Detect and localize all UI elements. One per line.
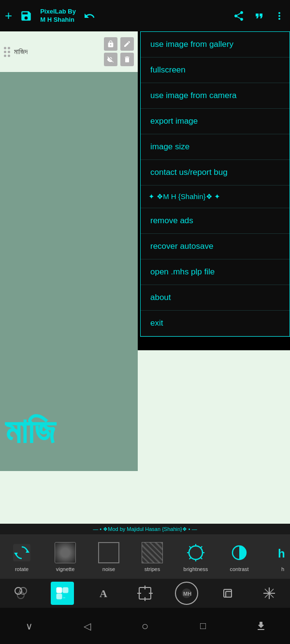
tool-hue[interactable]: h h: [261, 537, 290, 576]
tool-stripes[interactable]: stripes: [130, 537, 174, 576]
bangla-text-render: মাজি: [5, 411, 55, 452]
svg-rect-18: [63, 587, 68, 593]
more-button[interactable]: [274, 10, 285, 22]
noise-icon: [97, 541, 120, 564]
add-button[interactable]: +: [5, 8, 12, 23]
svg-text:MH: MH: [183, 591, 191, 597]
drag-handle[interactable]: [4, 47, 10, 57]
tool-vignette[interactable]: vignette: [44, 537, 87, 576]
svg-text:A: A: [100, 587, 107, 600]
lock-icon[interactable]: [104, 37, 117, 51]
hue-label: h: [281, 566, 284, 572]
hue-icon: h: [271, 541, 290, 564]
vignette-icon: [54, 541, 77, 564]
nav-square-button[interactable]: □: [188, 612, 218, 641]
sparkle-button[interactable]: [258, 582, 281, 605]
menu-item-report[interactable]: contact us/report bug: [141, 160, 290, 186]
bottom-toolbar: rotate vignette noise stripes: [0, 534, 290, 579]
bottom-nav: ∨ ◁ ○ □: [0, 608, 290, 644]
nav-download-button[interactable]: [246, 612, 276, 641]
menu-item-gallery[interactable]: use image from gallery: [141, 32, 290, 57]
top-bar-left: + PixelLab By M H Shahin: [5, 8, 233, 24]
contrast-icon: [228, 541, 251, 564]
svg-line-9: [201, 558, 203, 559]
app-logo: PixelLab By M H Shahin: [40, 8, 76, 24]
text-tool-button[interactable]: A: [92, 582, 115, 605]
svg-point-3: [189, 546, 203, 559]
brightness-icon: [184, 541, 207, 564]
brightness-label: brightness: [184, 566, 208, 572]
visibility-icon[interactable]: [104, 53, 117, 66]
undo-button[interactable]: [84, 10, 95, 22]
noise-label: noise: [102, 566, 115, 572]
mod-bar: — • ❖Mod by Majidul Hasan {Shahin}❖ • —: [0, 524, 290, 534]
menu-item-brand[interactable]: ✦ ❖M H {Shahin}❖ ✦: [141, 186, 290, 208]
quote-button[interactable]: [253, 10, 265, 22]
svg-line-11: [189, 558, 191, 559]
layers-button[interactable]: [9, 582, 32, 605]
share-button[interactable]: [233, 10, 245, 22]
canvas-right-light: [138, 350, 290, 544]
svg-line-10: [201, 546, 203, 548]
vignette-label: vignette: [56, 566, 75, 572]
save-button[interactable]: [20, 10, 32, 22]
menu-item-exit[interactable]: exit: [141, 311, 290, 336]
top-bar-right: [233, 10, 285, 22]
menu-item-ads[interactable]: remove ads: [141, 208, 290, 234]
layer-row: মাজিদ: [0, 34, 138, 69]
tool-rotate[interactable]: rotate: [0, 537, 44, 576]
layer-name: মাজিদ: [14, 47, 104, 56]
menu-item-about[interactable]: about: [141, 285, 290, 311]
canvas-left: মাজি: [0, 31, 138, 544]
svg-rect-19: [57, 594, 62, 599]
menu-item-size[interactable]: image size: [141, 134, 290, 160]
blend-button[interactable]: −: [51, 582, 74, 605]
nav-down-button[interactable]: ∨: [14, 612, 44, 641]
svg-text:−: −: [63, 595, 65, 600]
copy-button[interactable]: [216, 582, 239, 605]
menu-item-camera[interactable]: use image from camera: [141, 83, 290, 109]
brand-label: ✦ ❖M H {Shahin}❖ ✦: [148, 192, 220, 201]
mod-text: — • ❖Mod by Majidul Hasan {Shahin}❖ • —: [93, 526, 197, 532]
svg-rect-17: [57, 587, 62, 593]
contrast-label: contrast: [230, 566, 248, 572]
layers-panel: মাজিদ: [0, 31, 138, 72]
menu-item-export[interactable]: export image: [141, 109, 290, 134]
svg-text:h: h: [278, 547, 285, 560]
logo-button[interactable]: MH: [175, 582, 198, 605]
rotate-icon: [10, 541, 33, 564]
menu-item-autosave[interactable]: recover autosave: [141, 234, 290, 259]
svg-rect-30: [226, 591, 232, 597]
delete-icon[interactable]: [120, 53, 134, 66]
menu-item-fullscreen[interactable]: fullscreen: [141, 57, 290, 83]
stripes-label: stripes: [145, 566, 160, 572]
edit-icon[interactable]: [120, 37, 134, 51]
rotate-label: rotate: [15, 566, 29, 572]
stripes-icon: [141, 541, 164, 564]
tool-contrast[interactable]: contrast: [218, 537, 261, 576]
tool-noise[interactable]: noise: [87, 537, 130, 576]
layer-actions: [104, 37, 134, 66]
app-icons-row: − A MH: [0, 579, 290, 608]
dropdown-menu: use image from gallery fullscreen use im…: [140, 31, 290, 337]
nav-home-button[interactable]: ○: [130, 612, 160, 641]
menu-item-plp[interactable]: open .mhs plp file: [141, 259, 290, 285]
tool-brightness[interactable]: brightness: [174, 537, 218, 576]
top-bar: + PixelLab By M H Shahin: [0, 0, 290, 31]
svg-line-8: [189, 546, 191, 548]
transform-button[interactable]: [133, 582, 157, 605]
nav-back-button[interactable]: ◁: [72, 612, 102, 641]
canvas-main[interactable]: মাজি: [0, 31, 138, 471]
